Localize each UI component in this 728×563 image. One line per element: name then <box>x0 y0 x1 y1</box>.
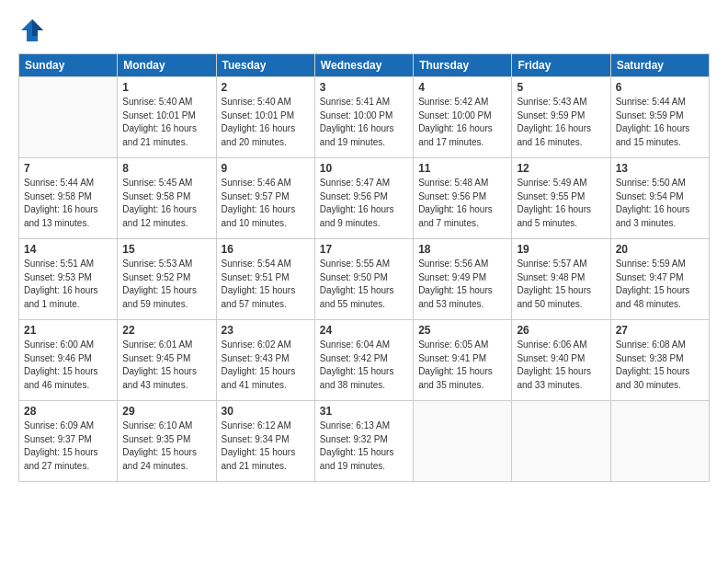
day-info: Sunrise: 5:45 AM Sunset: 9:58 PM Dayligh… <box>122 177 210 230</box>
calendar-cell: 28Sunrise: 6:09 AM Sunset: 9:37 PM Dayli… <box>19 401 118 482</box>
calendar-cell: 23Sunrise: 6:02 AM Sunset: 9:43 PM Dayli… <box>216 320 314 401</box>
calendar-week-row: 14Sunrise: 5:51 AM Sunset: 9:53 PM Dayli… <box>19 239 710 320</box>
calendar-cell: 4Sunrise: 5:42 AM Sunset: 10:00 PM Dayli… <box>414 77 512 158</box>
calendar-cell: 27Sunrise: 6:08 AM Sunset: 9:38 PM Dayli… <box>610 320 709 401</box>
calendar-cell: 29Sunrise: 6:10 AM Sunset: 9:35 PM Dayli… <box>118 401 216 482</box>
day-info: Sunrise: 6:08 AM Sunset: 9:38 PM Dayligh… <box>616 339 704 392</box>
calendar-cell: 17Sunrise: 5:55 AM Sunset: 9:50 PM Dayli… <box>314 239 413 320</box>
day-info: Sunrise: 5:59 AM Sunset: 9:47 PM Dayligh… <box>616 258 704 311</box>
day-info: Sunrise: 6:06 AM Sunset: 9:40 PM Dayligh… <box>517 339 605 392</box>
weekday-header-sunday: Sunday <box>19 54 118 77</box>
weekday-header-friday: Friday <box>512 54 610 77</box>
day-number: 29 <box>122 405 210 418</box>
calendar-cell: 26Sunrise: 6:06 AM Sunset: 9:40 PM Dayli… <box>512 320 610 401</box>
weekday-header-thursday: Thursday <box>414 54 512 77</box>
day-number: 21 <box>24 324 112 337</box>
calendar-cell <box>610 401 709 482</box>
weekday-header-saturday: Saturday <box>610 54 709 77</box>
day-number: 14 <box>24 243 112 256</box>
day-info: Sunrise: 6:04 AM Sunset: 9:42 PM Dayligh… <box>320 339 408 392</box>
day-info: Sunrise: 6:13 AM Sunset: 9:32 PM Dayligh… <box>320 419 408 473</box>
day-number: 17 <box>320 243 408 256</box>
day-number: 4 <box>418 81 506 94</box>
day-info: Sunrise: 6:10 AM Sunset: 9:35 PM Dayligh… <box>122 419 210 473</box>
day-info: Sunrise: 5:40 AM Sunset: 10:01 PM Daylig… <box>122 96 210 149</box>
day-number: 19 <box>517 243 605 256</box>
calendar-cell: 16Sunrise: 5:54 AM Sunset: 9:51 PM Dayli… <box>216 239 314 320</box>
day-number: 22 <box>122 324 210 337</box>
day-number: 20 <box>616 243 704 256</box>
calendar-cell: 10Sunrise: 5:47 AM Sunset: 9:56 PM Dayli… <box>314 158 413 239</box>
day-info: Sunrise: 5:43 AM Sunset: 9:59 PM Dayligh… <box>517 96 605 149</box>
day-number: 18 <box>418 243 506 256</box>
calendar-cell: 22Sunrise: 6:01 AM Sunset: 9:45 PM Dayli… <box>118 320 216 401</box>
svg-marker-1 <box>32 19 43 36</box>
day-info: Sunrise: 5:44 AM Sunset: 9:59 PM Dayligh… <box>616 96 704 149</box>
calendar-cell: 19Sunrise: 5:57 AM Sunset: 9:48 PM Dayli… <box>512 239 610 320</box>
calendar-cell: 30Sunrise: 6:12 AM Sunset: 9:34 PM Dayli… <box>216 401 314 482</box>
day-info: Sunrise: 5:54 AM Sunset: 9:51 PM Dayligh… <box>222 258 310 311</box>
main-container: SundayMondayTuesdayWednesdayThursdayFrid… <box>0 0 728 491</box>
logo-icon <box>18 17 46 44</box>
calendar-table: SundayMondayTuesdayWednesdayThursdayFrid… <box>18 53 710 482</box>
calendar-cell: 15Sunrise: 5:53 AM Sunset: 9:52 PM Dayli… <box>118 239 216 320</box>
weekday-header-tuesday: Tuesday <box>216 54 314 77</box>
calendar-cell: 11Sunrise: 5:48 AM Sunset: 9:56 PM Dayli… <box>414 158 512 239</box>
day-info: Sunrise: 5:51 AM Sunset: 9:53 PM Dayligh… <box>24 258 112 311</box>
day-number: 12 <box>517 162 605 175</box>
calendar-week-row: 21Sunrise: 6:00 AM Sunset: 9:46 PM Dayli… <box>19 320 710 401</box>
day-info: Sunrise: 5:44 AM Sunset: 9:58 PM Dayligh… <box>24 177 112 230</box>
day-number: 25 <box>418 324 506 337</box>
day-info: Sunrise: 5:47 AM Sunset: 9:56 PM Dayligh… <box>320 177 408 230</box>
day-info: Sunrise: 6:01 AM Sunset: 9:45 PM Dayligh… <box>122 339 210 392</box>
day-info: Sunrise: 5:41 AM Sunset: 10:00 PM Daylig… <box>320 96 408 149</box>
day-number: 30 <box>222 405 310 418</box>
calendar-cell: 21Sunrise: 6:00 AM Sunset: 9:46 PM Dayli… <box>19 320 118 401</box>
weekday-header-monday: Monday <box>118 54 216 77</box>
day-info: Sunrise: 5:53 AM Sunset: 9:52 PM Dayligh… <box>122 258 210 311</box>
day-number: 7 <box>24 162 112 175</box>
calendar-cell: 8Sunrise: 5:45 AM Sunset: 9:58 PM Daylig… <box>118 158 216 239</box>
calendar-cell: 31Sunrise: 6:13 AM Sunset: 9:32 PM Dayli… <box>314 401 413 482</box>
day-info: Sunrise: 6:09 AM Sunset: 9:37 PM Dayligh… <box>24 419 112 473</box>
calendar-cell: 24Sunrise: 6:04 AM Sunset: 9:42 PM Dayli… <box>314 320 413 401</box>
calendar-cell: 20Sunrise: 5:59 AM Sunset: 9:47 PM Dayli… <box>610 239 709 320</box>
header-row <box>18 17 710 44</box>
day-number: 2 <box>222 81 310 94</box>
weekday-header-wednesday: Wednesday <box>314 54 413 77</box>
day-number: 23 <box>222 324 310 337</box>
day-number: 28 <box>24 405 112 418</box>
calendar-cell <box>414 401 512 482</box>
calendar-week-row: 1Sunrise: 5:40 AM Sunset: 10:01 PM Dayli… <box>19 77 710 158</box>
day-number: 1 <box>122 81 210 94</box>
day-number: 10 <box>320 162 408 175</box>
calendar-cell <box>19 77 118 158</box>
calendar-week-row: 28Sunrise: 6:09 AM Sunset: 9:37 PM Dayli… <box>19 401 710 482</box>
day-number: 8 <box>122 162 210 175</box>
day-number: 26 <box>517 324 605 337</box>
day-info: Sunrise: 6:00 AM Sunset: 9:46 PM Dayligh… <box>24 339 112 392</box>
calendar-cell: 6Sunrise: 5:44 AM Sunset: 9:59 PM Daylig… <box>610 77 709 158</box>
day-number: 15 <box>122 243 210 256</box>
calendar-cell: 14Sunrise: 5:51 AM Sunset: 9:53 PM Dayli… <box>19 239 118 320</box>
day-number: 13 <box>616 162 704 175</box>
calendar-week-row: 7Sunrise: 5:44 AM Sunset: 9:58 PM Daylig… <box>19 158 710 239</box>
calendar-cell: 2Sunrise: 5:40 AM Sunset: 10:01 PM Dayli… <box>216 77 314 158</box>
day-number: 5 <box>517 81 605 94</box>
day-number: 24 <box>320 324 408 337</box>
day-info: Sunrise: 5:49 AM Sunset: 9:55 PM Dayligh… <box>517 177 605 230</box>
day-info: Sunrise: 5:40 AM Sunset: 10:01 PM Daylig… <box>222 96 310 149</box>
calendar-cell: 13Sunrise: 5:50 AM Sunset: 9:54 PM Dayli… <box>610 158 709 239</box>
calendar-cell: 5Sunrise: 5:43 AM Sunset: 9:59 PM Daylig… <box>512 77 610 158</box>
day-number: 11 <box>418 162 506 175</box>
day-number: 31 <box>320 405 408 418</box>
day-info: Sunrise: 5:56 AM Sunset: 9:49 PM Dayligh… <box>418 258 506 311</box>
calendar-cell: 3Sunrise: 5:41 AM Sunset: 10:00 PM Dayli… <box>314 77 413 158</box>
day-info: Sunrise: 5:42 AM Sunset: 10:00 PM Daylig… <box>418 96 506 149</box>
day-info: Sunrise: 6:12 AM Sunset: 9:34 PM Dayligh… <box>222 419 310 473</box>
day-number: 9 <box>222 162 310 175</box>
calendar-cell: 7Sunrise: 5:44 AM Sunset: 9:58 PM Daylig… <box>19 158 118 239</box>
day-number: 6 <box>616 81 704 94</box>
day-info: Sunrise: 6:05 AM Sunset: 9:41 PM Dayligh… <box>418 339 506 392</box>
day-info: Sunrise: 5:55 AM Sunset: 9:50 PM Dayligh… <box>320 258 408 311</box>
